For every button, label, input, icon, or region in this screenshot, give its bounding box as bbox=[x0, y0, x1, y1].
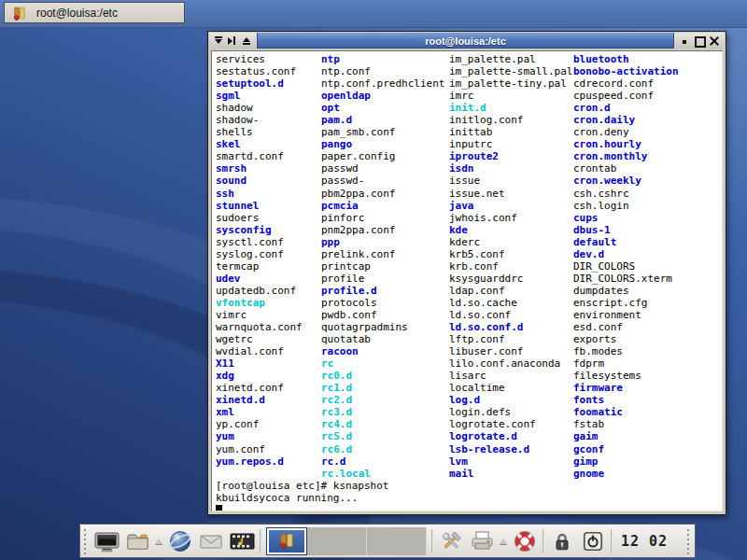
terminal-column: im_palette.palim_palette-small.palim_pal… bbox=[449, 53, 572, 480]
file-entry: warnquota.conf bbox=[216, 321, 303, 333]
file-entry: cron.hourly bbox=[573, 138, 679, 150]
file-entry: im_palette-tiny.pal bbox=[449, 77, 572, 90]
media-player-icon[interactable]: ♪ bbox=[229, 528, 255, 554]
terminal-content[interactable]: servicessestatus.confsetuptool.dsgmlshad… bbox=[211, 50, 723, 511]
file-entry: filesystems bbox=[573, 370, 679, 382]
digital-clock[interactable]: 12 02 bbox=[617, 533, 671, 550]
file-entry: ssh bbox=[216, 188, 303, 200]
file-entry: rc.d bbox=[321, 455, 444, 468]
file-entry: wgetrc bbox=[216, 333, 303, 345]
file-entry: X11 bbox=[216, 357, 303, 370]
file-entry: bluetooth bbox=[573, 53, 679, 65]
file-entry: ld.so.cache bbox=[449, 297, 572, 309]
file-entry: xinetd.d bbox=[216, 394, 303, 406]
file-entry: printcap bbox=[321, 260, 444, 273]
file-entry: rc2.d bbox=[321, 394, 444, 406]
panel-separator bbox=[611, 529, 613, 553]
file-entry: rc.local bbox=[321, 468, 444, 480]
taskbar-window-button-label: root@louisa:/etc bbox=[36, 7, 118, 20]
help-icon[interactable] bbox=[512, 528, 538, 554]
file-entry: quotatab bbox=[321, 333, 444, 345]
file-entry: openldap bbox=[321, 90, 444, 102]
file-entry: initlog.conf bbox=[449, 114, 572, 126]
taskbar-window-button[interactable]: root@louisa:/etc bbox=[4, 2, 185, 23]
file-entry: updatedb.conf bbox=[216, 285, 303, 297]
power-icon[interactable] bbox=[580, 528, 606, 554]
file-entry: fonts bbox=[573, 394, 679, 406]
file-entry: vimrc bbox=[216, 309, 303, 321]
file-entry: smrsh bbox=[216, 162, 303, 175]
file-entry: ldap.conf bbox=[449, 285, 572, 297]
file-entry: imrc bbox=[449, 90, 572, 102]
file-manager-icon[interactable] bbox=[124, 528, 150, 554]
file-entry: issue.net bbox=[449, 188, 572, 200]
pin-icon[interactable] bbox=[228, 35, 238, 46]
tools-icon[interactable] bbox=[438, 528, 464, 554]
file-entry: sound bbox=[216, 175, 303, 187]
file-entry: gconf bbox=[573, 443, 679, 455]
file-entry: java bbox=[449, 200, 572, 212]
maximize-button[interactable] bbox=[694, 35, 705, 47]
file-entry: udev bbox=[216, 273, 303, 285]
file-entry: rc1.d bbox=[321, 382, 444, 394]
file-entry: yum bbox=[216, 430, 303, 442]
email-icon[interactable] bbox=[198, 528, 224, 554]
file-entry: yp.conf bbox=[216, 418, 303, 430]
printer-icon[interactable] bbox=[469, 528, 495, 554]
taskbar-area bbox=[266, 527, 427, 555]
file-entry: skel bbox=[216, 138, 303, 150]
shade-icon[interactable] bbox=[214, 35, 224, 46]
file-entry: libuser.conf bbox=[449, 345, 572, 357]
window-controls bbox=[674, 33, 725, 49]
file-entry: passwd- bbox=[321, 175, 444, 187]
file-entry: ld.so.conf.d bbox=[449, 321, 572, 333]
lock-icon[interactable] bbox=[549, 528, 575, 554]
file-entry: prelink.conf bbox=[321, 248, 444, 260]
file-entry: log.d bbox=[449, 394, 572, 406]
panel-handle-left[interactable] bbox=[83, 528, 89, 554]
file-entry: cpuspeed.conf bbox=[573, 90, 679, 102]
file-entry: DIR_COLORS.xterm bbox=[573, 273, 679, 285]
file-entry: protocols bbox=[321, 297, 444, 309]
taskbar-empty-slot[interactable] bbox=[367, 527, 427, 555]
file-entry: wvdial.conf bbox=[216, 345, 303, 357]
file-entry: mail bbox=[449, 468, 572, 480]
close-button[interactable] bbox=[709, 35, 720, 47]
file-entry: inittab bbox=[449, 126, 572, 138]
file-entry: fstab bbox=[573, 418, 679, 430]
shell-status-line: kbuildsycoca running... bbox=[216, 492, 358, 504]
file-entry: im_palette-small.pal bbox=[449, 65, 572, 77]
file-entry: esd.conf bbox=[573, 321, 679, 333]
web-browser-icon[interactable] bbox=[167, 528, 193, 554]
file-entry: xml bbox=[216, 406, 303, 418]
terminal-launcher-icon[interactable] bbox=[93, 528, 120, 554]
file-entry: bonobo-activation bbox=[573, 65, 679, 77]
file-entry: services bbox=[216, 53, 303, 65]
file-entry: im_palette.pal bbox=[449, 53, 572, 65]
file-entry: cron.monthly bbox=[573, 150, 679, 162]
taskbar-empty-slot[interactable] bbox=[307, 527, 367, 555]
popup-arrow-icon[interactable] bbox=[500, 539, 507, 544]
titlebar[interactable]: root@louisa:/etc bbox=[209, 33, 725, 49]
file-entry: pinforc bbox=[321, 212, 444, 224]
konsole-icon bbox=[278, 533, 295, 549]
titlebar-title-area[interactable]: root@louisa:/etc bbox=[257, 33, 674, 49]
terminal-column: ntpntp.confntp.conf.predhclientopenldapo… bbox=[321, 53, 444, 480]
panel-handle-right[interactable] bbox=[686, 528, 692, 554]
file-entry: yum.conf bbox=[216, 443, 303, 455]
file-entry: lvm bbox=[449, 455, 572, 468]
file-entry: fb.modes bbox=[573, 345, 679, 357]
file-entry: fdprm bbox=[573, 357, 679, 370]
file-entry: pam_smb.conf bbox=[321, 126, 444, 138]
file-entry: ntp.conf.predhclient bbox=[321, 77, 444, 90]
file-entry: lsb-release.d bbox=[449, 443, 572, 455]
popup-arrow-icon[interactable] bbox=[155, 539, 162, 544]
file-entry: shadow bbox=[216, 102, 303, 114]
minimize-button[interactable] bbox=[679, 35, 690, 47]
file-entry: logrotate.conf bbox=[449, 418, 572, 430]
menu-eject-icon[interactable] bbox=[242, 35, 252, 46]
file-entry: pango bbox=[321, 138, 444, 150]
file-entry: environment bbox=[573, 309, 679, 321]
taskbar-active-task-button[interactable] bbox=[266, 527, 307, 555]
terminal-column: servicessestatus.confsetuptool.dsgmlshad… bbox=[216, 53, 303, 468]
